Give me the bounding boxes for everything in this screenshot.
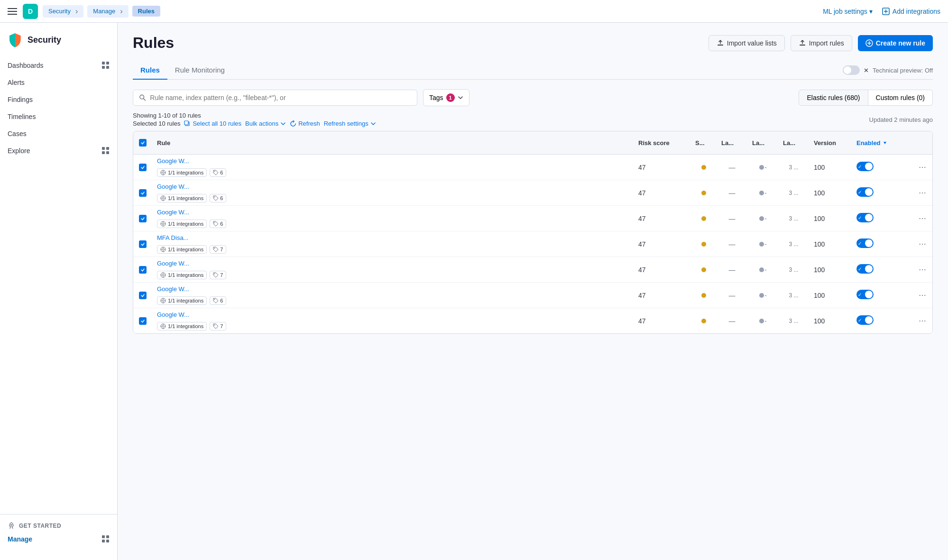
rule-name-1[interactable]: Google W...	[157, 183, 189, 190]
rule-name-4[interactable]: Google W...	[157, 260, 189, 267]
enabled-toggle-2[interactable]: ✓	[856, 213, 874, 222]
checkbox-3[interactable]	[139, 240, 147, 248]
get-started-button[interactable]: GET STARTED	[8, 522, 110, 530]
rule-name-3[interactable]: MFA Disa...	[157, 234, 188, 241]
integration-tag-0[interactable]: 1/1 integrations	[157, 168, 207, 177]
hamburger-menu[interactable]	[8, 8, 17, 15]
grid-icon-manage[interactable]	[102, 535, 110, 543]
enabled-toggle-0[interactable]: ✓	[856, 162, 874, 171]
rule-name-0[interactable]: Google W...	[157, 157, 189, 165]
header-last-response[interactable]: La...	[778, 136, 809, 149]
integration-tag-2[interactable]: 1/1 integrations	[157, 220, 207, 228]
row-actions-menu-6[interactable]: ⋯	[919, 316, 927, 325]
elastic-rules-tab[interactable]: Elastic rules (680)	[799, 90, 868, 106]
refresh-settings-button[interactable]: Refresh settings	[324, 120, 376, 127]
integration-icon	[160, 323, 166, 329]
enabled-toggle-1[interactable]: ✓	[856, 187, 874, 197]
row-checkbox-6[interactable]	[133, 308, 152, 333]
sidebar-item-alerts[interactable]: Alerts	[0, 74, 117, 91]
col-last-response-2: 3 ...	[778, 206, 809, 231]
enabled-toggle-3[interactable]: ✓	[856, 239, 874, 248]
checkbox-1[interactable]	[139, 189, 147, 197]
row-actions-menu-5[interactable]: ⋯	[919, 291, 927, 300]
checkbox-4[interactable]	[139, 266, 147, 274]
header-version[interactable]: Version	[809, 136, 852, 149]
enabled-toggle-4[interactable]: ✓	[856, 264, 874, 274]
header-risk-score[interactable]: Risk score	[634, 136, 690, 149]
sidebar-item-explore[interactable]: Explore	[0, 142, 117, 159]
create-new-rule-button[interactable]: Create new rule	[858, 35, 933, 51]
search-icon	[139, 94, 146, 101]
refresh-button[interactable]: Refresh	[290, 120, 320, 127]
import-rules-button[interactable]: Import rules	[791, 35, 852, 51]
integration-tag-3[interactable]: 1/1 integrations	[157, 245, 207, 254]
custom-rules-tab[interactable]: Custom rules (0)	[868, 90, 933, 106]
tab-rules[interactable]: Rules	[133, 61, 167, 80]
integration-icon	[160, 247, 166, 252]
tags-filter-button[interactable]: Tags 1	[423, 89, 469, 106]
tags-pill-3[interactable]: 7	[210, 245, 226, 254]
search-input[interactable]	[150, 94, 411, 101]
select-all-link[interactable]: Select all 10 rules	[184, 120, 241, 127]
tab-rule-monitoring[interactable]: Rule Monitoring	[167, 61, 232, 80]
add-integrations-button[interactable]: Add integrations	[882, 8, 940, 15]
checkbox-6[interactable]	[139, 317, 147, 325]
row-actions-menu-0[interactable]: ⋯	[919, 163, 927, 172]
tags-pill-1[interactable]: 6	[210, 194, 226, 202]
row-checkbox-5[interactable]	[133, 283, 152, 308]
sidebar-item-findings[interactable]: Findings	[0, 91, 117, 108]
manage-label[interactable]: Manage	[8, 535, 32, 543]
tags-pill-4[interactable]: 7	[210, 271, 226, 279]
sidebar-item-timelines[interactable]: Timelines	[0, 108, 117, 125]
header-checkbox[interactable]	[133, 136, 152, 149]
checkbox-2[interactable]	[139, 215, 147, 222]
breadcrumb-manage[interactable]: Manage	[87, 5, 128, 18]
integration-tag-1[interactable]: 1/1 integrations	[157, 194, 207, 202]
integration-tag-6[interactable]: 1/1 integrations	[157, 322, 207, 330]
chevron-down-icon	[458, 95, 463, 101]
tags-pill-5[interactable]: 6	[210, 296, 226, 305]
header-severity[interactable]: S...	[690, 136, 717, 149]
row-actions-menu-4[interactable]: ⋯	[919, 265, 927, 274]
sidebar-item-cases[interactable]: Cases	[0, 125, 117, 142]
integration-tag-5[interactable]: 1/1 integrations	[157, 296, 207, 305]
checkbox-0[interactable]	[139, 164, 147, 171]
header-last-update[interactable]: La...	[747, 136, 778, 149]
select-all-checkbox[interactable]	[139, 139, 147, 147]
tags-pill-6[interactable]: 7	[210, 322, 226, 330]
bulk-actions-button[interactable]: Bulk actions	[245, 120, 286, 127]
enabled-toggle-6[interactable]: ✓	[856, 315, 874, 325]
ml-job-settings-button[interactable]: ML job settings ▾	[823, 8, 873, 15]
tags-pill-0[interactable]: 6	[210, 168, 226, 177]
checkbox-5[interactable]	[139, 292, 147, 299]
breadcrumb-rules[interactable]: Rules	[132, 6, 160, 17]
rule-name-5[interactable]: Google W...	[157, 285, 189, 293]
row-checkbox-4[interactable]	[133, 257, 152, 282]
tag-icon	[213, 221, 219, 227]
technical-preview: ✕ Technical preview: Off	[843, 65, 933, 75]
tags-pill-2[interactable]: 6	[210, 220, 226, 228]
sidebar-item-dashboards[interactable]: Dashboards	[0, 57, 117, 74]
header-enabled[interactable]: Enabled	[852, 136, 913, 149]
row-checkbox-1[interactable]	[133, 180, 152, 205]
rule-name-6[interactable]: Google W...	[157, 311, 189, 318]
rule-name-2[interactable]: Google W...	[157, 209, 189, 216]
breadcrumb-security[interactable]: Security	[43, 5, 83, 18]
import-value-lists-button[interactable]: Import value lists	[709, 35, 785, 51]
row-checkbox-2[interactable]	[133, 206, 152, 231]
svg-point-35	[162, 248, 164, 250]
technical-preview-toggle[interactable]	[843, 65, 860, 75]
row-checkbox-0[interactable]	[133, 155, 152, 180]
filters-row: Tags 1 Elastic rules (680) Custom rules …	[133, 89, 933, 106]
integration-tag-4[interactable]: 1/1 integrations	[157, 271, 207, 279]
close-icon[interactable]: ✕	[864, 67, 869, 74]
enabled-toggle-5[interactable]: ✓	[856, 290, 874, 299]
row-actions-menu-3[interactable]: ⋯	[919, 239, 927, 248]
row-actions-menu-1[interactable]: ⋯	[919, 188, 927, 197]
row-actions-menu-2[interactable]: ⋯	[919, 214, 927, 223]
col-version-6: 100	[809, 308, 852, 333]
header-last-alert[interactable]: La...	[717, 136, 747, 149]
row-checkbox-3[interactable]	[133, 231, 152, 257]
user-avatar[interactable]: D	[23, 4, 38, 19]
upload-icon-2	[799, 39, 806, 47]
